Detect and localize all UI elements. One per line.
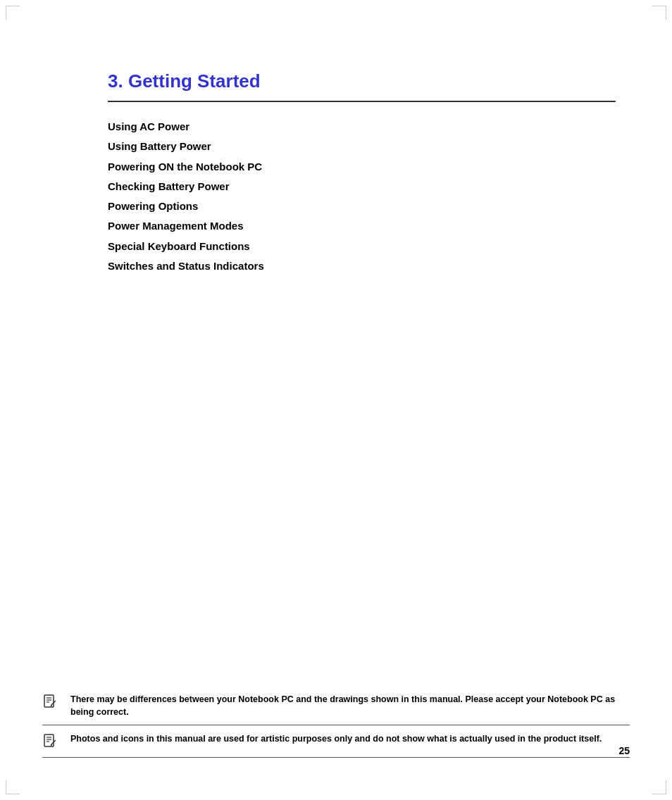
note-text-1: There may be differences between your No…	[70, 693, 630, 720]
chapter-title: 3. Getting Started	[108, 70, 616, 92]
page-number: 25	[618, 745, 630, 756]
note-item-1: There may be differences between your No…	[42, 686, 630, 726]
toc-item-1[interactable]: Using AC Power	[108, 118, 616, 136]
toc-item-8[interactable]: Switches and Status Indicators	[108, 257, 616, 275]
toc-item-label: Special Keyboard Functions	[108, 240, 250, 252]
corner-mark-tr	[652, 6, 666, 20]
toc-item-4[interactable]: Checking Battery Power	[108, 177, 616, 196]
svg-rect-7	[44, 735, 54, 746]
corner-mark-br	[652, 780, 666, 794]
toc-item-2[interactable]: Using Battery Power	[108, 137, 616, 156]
toc-item-label: Using Battery Power	[108, 140, 211, 152]
toc-list: Using AC Power Using Battery Power Power…	[108, 118, 616, 275]
corner-mark-bl	[6, 780, 20, 794]
content-area: 3. Getting Started Using AC Power Using …	[108, 70, 616, 277]
toc-item-5[interactable]: Powering Options	[108, 197, 616, 215]
toc-item-label: Checking Battery Power	[108, 180, 230, 192]
toc-item-label: Using AC Power	[108, 120, 189, 132]
svg-rect-0	[44, 695, 54, 707]
toc-item-label: Powering ON the Notebook PC	[108, 161, 262, 173]
note-item-2: Photos and icons in this manual are used…	[42, 725, 630, 758]
toc-item-7[interactable]: Special Keyboard Functions	[108, 237, 616, 256]
toc-item-6[interactable]: Power Management Modes	[108, 217, 616, 235]
note-text-2: Photos and icons in this manual are used…	[70, 732, 602, 746]
toc-item-label: Switches and Status Indicators	[108, 260, 264, 272]
note-icon-2	[42, 733, 63, 751]
notes-area: There may be differences between your No…	[42, 686, 630, 758]
toc-item-label: Powering Options	[108, 200, 198, 212]
note-icon-1	[42, 694, 63, 712]
title-divider	[108, 101, 616, 102]
page-container: 3. Getting Started Using AC Power Using …	[0, 0, 672, 800]
toc-item-3[interactable]: Powering ON the Notebook PC	[108, 158, 616, 176]
corner-mark-tl	[6, 6, 20, 20]
toc-item-label: Power Management Modes	[108, 220, 244, 232]
